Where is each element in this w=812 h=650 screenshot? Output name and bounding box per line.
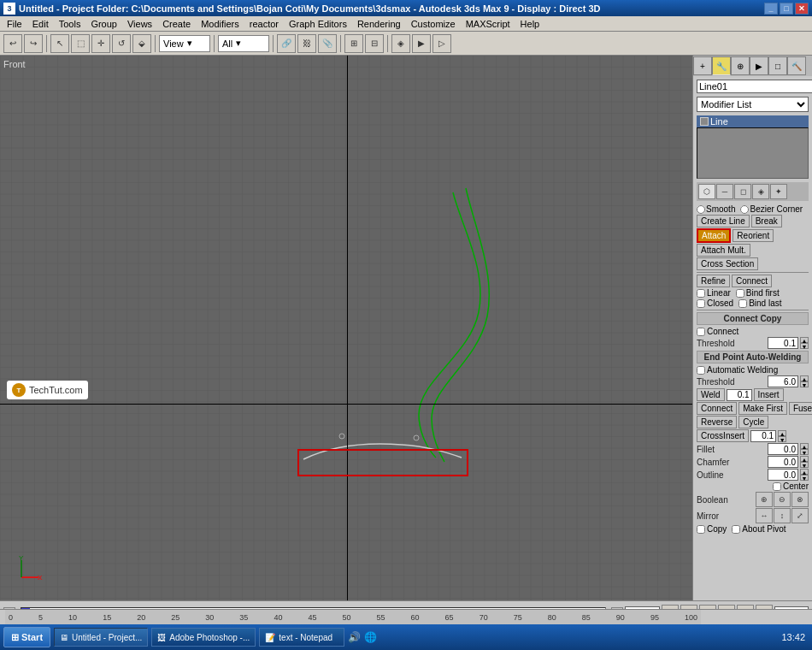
ep-threshold-input[interactable]: [768, 375, 798, 387]
linear-checkbox[interactable]: [697, 289, 705, 298]
connect-button[interactable]: Connect: [732, 275, 772, 287]
ci-spin-down[interactable]: ▼: [778, 436, 786, 442]
closed-checkbox[interactable]: [697, 299, 705, 308]
ci-spin-up[interactable]: ▲: [778, 430, 786, 436]
weld-button[interactable]: Weld: [697, 388, 725, 401]
redo-button[interactable]: ↪: [24, 34, 43, 53]
cycle-button[interactable]: Cycle: [738, 416, 768, 428]
menu-file[interactable]: File: [2, 16, 27, 32]
boolean-intersect[interactable]: ⊗: [791, 492, 809, 507]
tab-modify[interactable]: 🔧: [712, 56, 731, 75]
threshold-spin-up[interactable]: ▲: [800, 337, 809, 343]
select-move-button[interactable]: ✛: [91, 34, 110, 53]
attach-mult-button[interactable]: Attach Mult.: [697, 244, 750, 257]
threshold-input[interactable]: [768, 337, 798, 349]
close-button[interactable]: ✕: [795, 3, 809, 15]
connect-copy-checkbox[interactable]: [697, 328, 705, 336]
scale-track[interactable]: 05101520 2530354045 5055606570 758085909…: [5, 610, 701, 624]
reverse-button[interactable]: Reverse: [697, 416, 737, 428]
center-checkbox[interactable]: [773, 482, 781, 491]
ep-spin-up[interactable]: ▲: [800, 375, 809, 381]
menu-group[interactable]: Group: [85, 16, 122, 32]
menu-help[interactable]: Help: [515, 16, 545, 32]
start-button[interactable]: ⊞ Start: [3, 627, 50, 647]
maximize-button[interactable]: □: [780, 3, 793, 15]
modifier-checkbox[interactable]: [700, 117, 709, 126]
mirror-d[interactable]: ⤢: [791, 508, 809, 523]
chamfer-input[interactable]: [768, 456, 798, 468]
outline-input[interactable]: [768, 469, 798, 481]
bind-last-checkbox[interactable]: [738, 299, 747, 308]
radio-bezier-corner[interactable]: Bezier Corner: [740, 204, 803, 214]
subpanel-extra[interactable]: ✦: [770, 184, 787, 199]
about-pivot-checkbox[interactable]: [732, 525, 740, 534]
menu-graph-editors[interactable]: Graph Editors: [284, 16, 352, 32]
connect2-button[interactable]: Connect: [697, 402, 737, 415]
create-line-button[interactable]: Create Line: [697, 215, 750, 228]
taskbar-item-photoshop[interactable]: 🖼 Adobe Photoshop -...: [151, 628, 256, 647]
auto-weld-checkbox[interactable]: [697, 366, 705, 375]
outline-spin-up[interactable]: ▲: [800, 469, 809, 475]
link-button[interactable]: 🔗: [277, 34, 296, 53]
unlink-button[interactable]: ⛓: [297, 34, 316, 53]
attach-button[interactable]: Attach: [697, 228, 731, 243]
select-region-button[interactable]: ⬚: [71, 34, 90, 53]
undo-button[interactable]: ↩: [3, 34, 22, 53]
threshold-spin-down[interactable]: ▼: [800, 343, 809, 349]
reference-dropdown[interactable]: View▾: [159, 35, 210, 52]
bind-button[interactable]: 📎: [318, 34, 337, 53]
rotate-button[interactable]: ↺: [112, 34, 131, 53]
taskbar-item-notepad[interactable]: 📝 text - Notepad: [259, 628, 344, 647]
reorient-button[interactable]: Reorient: [733, 229, 774, 242]
mirror-button[interactable]: ⊞: [344, 34, 363, 53]
weld-value-input[interactable]: [727, 389, 752, 401]
align-button[interactable]: ⊟: [365, 34, 384, 53]
subpanel-vertex[interactable]: ⬡: [698, 184, 715, 199]
menu-customize[interactable]: Customize: [406, 16, 461, 32]
material-editor-button[interactable]: ◈: [391, 34, 410, 53]
menu-create[interactable]: Create: [157, 16, 196, 32]
insert-button[interactable]: Insert: [754, 388, 784, 401]
layer-dropdown[interactable]: All▾: [218, 35, 269, 52]
fillet-input[interactable]: [768, 443, 798, 455]
chamfer-spin-up[interactable]: ▲: [800, 456, 809, 462]
chamfer-spin-down[interactable]: ▼: [800, 462, 809, 468]
subpanel-polygon[interactable]: ◻: [734, 184, 751, 199]
render-button[interactable]: ▶: [412, 34, 431, 53]
boolean-subtract[interactable]: ⊖: [774, 492, 791, 507]
outline-spin-down[interactable]: ▼: [800, 475, 809, 481]
fuse-button[interactable]: Fuse: [789, 402, 812, 415]
fillet-spin-up[interactable]: ▲: [800, 443, 809, 449]
cross-insert-button[interactable]: CrossInsert: [697, 429, 749, 442]
tab-motion[interactable]: ▶: [750, 56, 768, 75]
mirror-v[interactable]: ↕: [774, 508, 791, 523]
scale-button[interactable]: ⬙: [132, 34, 151, 53]
cross-insert-input[interactable]: [750, 430, 776, 442]
make-first-button[interactable]: Make First: [738, 402, 787, 415]
menu-views[interactable]: Views: [122, 16, 157, 32]
ep-spin-down[interactable]: ▼: [800, 381, 809, 387]
menu-edit[interactable]: Edit: [27, 16, 54, 32]
tab-hierarchy[interactable]: ⊕: [731, 56, 750, 75]
mirror-h[interactable]: ↔: [756, 508, 773, 523]
boolean-union[interactable]: ⊕: [756, 492, 773, 507]
bind-first-checkbox[interactable]: [736, 289, 744, 298]
tab-utilities[interactable]: 🔨: [787, 56, 806, 75]
subpanel-edge[interactable]: ─: [716, 184, 733, 199]
menu-modifiers[interactable]: Modifiers: [196, 16, 244, 32]
object-name-input[interactable]: [697, 80, 812, 93]
menu-reactor[interactable]: reactor: [244, 16, 284, 32]
refine-button[interactable]: Refine: [697, 275, 730, 287]
menu-maxscript[interactable]: MAXScript: [461, 16, 515, 32]
taskbar-item-max[interactable]: 🖥 Untitled - Project...: [54, 628, 148, 647]
radio-smooth[interactable]: Smooth: [697, 204, 735, 214]
subpanel-element[interactable]: ◈: [752, 184, 769, 199]
quick-render-button[interactable]: ▷: [432, 34, 451, 53]
copy-checkbox[interactable]: [697, 525, 705, 534]
menu-tools[interactable]: Tools: [54, 16, 86, 32]
break-button[interactable]: Break: [751, 215, 782, 228]
viewport-front[interactable]: Front X Y T TechTut.com: [0, 56, 692, 600]
tab-display[interactable]: □: [768, 56, 787, 75]
cross-section-button[interactable]: Cross Section: [697, 257, 758, 270]
minimize-button[interactable]: _: [764, 3, 778, 15]
